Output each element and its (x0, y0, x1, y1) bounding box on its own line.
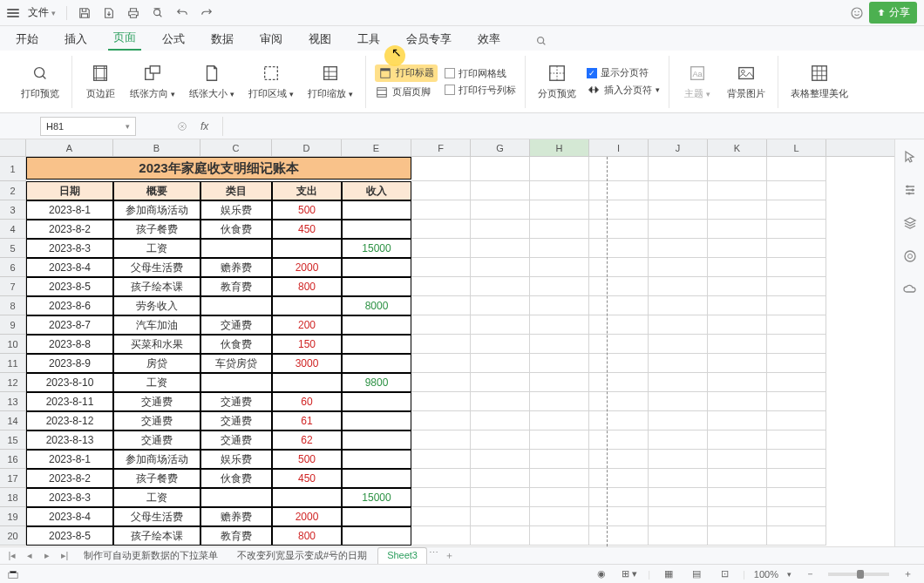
cell-out[interactable]: 61 (272, 411, 342, 430)
export-icon[interactable] (97, 3, 121, 24)
col-header-G[interactable]: G (471, 139, 530, 156)
redo-icon[interactable] (194, 3, 219, 24)
cell-date[interactable]: 2023-8-9 (26, 354, 113, 373)
row-header[interactable]: 6 (0, 258, 26, 277)
zoom-out-button[interactable]: － (800, 567, 819, 580)
row-header[interactable]: 13 (0, 392, 26, 411)
cell[interactable] (649, 526, 708, 546)
cell[interactable] (767, 157, 826, 181)
cell-category[interactable]: 伙食费 (200, 220, 272, 239)
cell[interactable] (530, 200, 589, 220)
cell[interactable] (589, 488, 649, 507)
cell[interactable] (471, 157, 530, 181)
cell[interactable] (708, 526, 767, 546)
cell-out[interactable]: 60 (272, 392, 342, 411)
cell[interactable] (589, 392, 649, 411)
tab-会员专享[interactable]: 会员专享 (401, 28, 457, 51)
title-cell[interactable]: 2023年家庭收支明细记账本 (26, 157, 411, 180)
sheet-nav-first[interactable]: |◂ (5, 550, 19, 561)
cell-out[interactable]: 62 (272, 430, 342, 450)
cell[interactable] (530, 526, 589, 546)
cell-in[interactable] (342, 507, 411, 526)
cell-in[interactable] (342, 315, 411, 335)
cell[interactable] (589, 507, 649, 526)
cell[interactable] (530, 277, 589, 296)
cell[interactable] (589, 411, 649, 430)
cell-in[interactable]: 15000 (342, 488, 411, 507)
cell[interactable] (530, 354, 589, 373)
col-header-D[interactable]: D (272, 139, 342, 156)
col-header-H[interactable]: H (530, 139, 589, 156)
print-preview-button[interactable]: 打印预览 (17, 61, 63, 102)
cell[interactable] (649, 507, 708, 526)
cell[interactable] (708, 200, 767, 220)
row-header[interactable]: 9 (0, 315, 26, 335)
cell-date[interactable]: 2023-8-7 (26, 315, 113, 335)
print-titles-button[interactable]: 打印标题 (375, 64, 438, 82)
cell[interactable] (767, 277, 826, 296)
hdr-category[interactable]: 类目 (200, 181, 272, 200)
cell[interactable] (767, 335, 826, 354)
cell[interactable] (530, 430, 589, 450)
col-header-F[interactable]: F (411, 139, 471, 156)
cell-category[interactable] (200, 488, 272, 507)
row-header[interactable]: 11 (0, 354, 26, 373)
cell-category[interactable]: 交通费 (200, 315, 272, 335)
row-header[interactable]: 5 (0, 239, 26, 258)
cell[interactable] (471, 277, 530, 296)
cell[interactable] (649, 277, 708, 296)
cell-summary[interactable]: 孩子绘本课 (113, 277, 200, 296)
row-header[interactable]: 7 (0, 277, 26, 296)
paper-size-button[interactable]: 纸张大小 ▾ (186, 61, 238, 102)
cell-summary[interactable]: 孩子绘本课 (113, 526, 200, 546)
cell[interactable] (411, 354, 471, 373)
cell-summary[interactable]: 买菜和水果 (113, 335, 200, 354)
cell[interactable] (708, 354, 767, 373)
cell-out[interactable]: 800 (272, 277, 342, 296)
cell[interactable] (708, 335, 767, 354)
cell-out[interactable] (272, 373, 342, 392)
cell-out[interactable]: 3000 (272, 354, 342, 373)
tab-审阅[interactable]: 审阅 (255, 28, 288, 51)
cell[interactable] (589, 526, 649, 546)
cell[interactable] (530, 315, 589, 335)
cell-in[interactable] (342, 335, 411, 354)
cell[interactable] (471, 392, 530, 411)
cell-category[interactable]: 教育费 (200, 277, 272, 296)
cell-out[interactable]: 200 (272, 315, 342, 335)
cell[interactable] (411, 430, 471, 450)
settings-icon[interactable] (901, 181, 919, 199)
print-scale-button[interactable]: 打印缩放 ▾ (304, 61, 357, 102)
cell[interactable] (411, 411, 471, 430)
cell[interactable] (471, 258, 530, 277)
formula-input[interactable] (222, 117, 919, 136)
view-break-icon[interactable]: ⊡ (715, 568, 734, 580)
cell-summary[interactable]: 父母生活费 (113, 258, 200, 277)
hdr-summary[interactable]: 概要 (113, 181, 200, 200)
sheet-tab[interactable]: 不改变列宽显示变成#号的日期 (228, 547, 376, 564)
cell[interactable] (767, 296, 826, 315)
cell-in[interactable] (342, 450, 411, 469)
cell-in[interactable] (342, 526, 411, 546)
cell[interactable] (530, 181, 589, 200)
view-page-icon[interactable]: ▤ (687, 568, 706, 580)
row-header[interactable]: 17 (0, 469, 26, 488)
cell[interactable] (708, 507, 767, 526)
print-icon[interactable] (121, 3, 146, 24)
pagebreak-preview-button[interactable]: 分页预览 (534, 61, 580, 102)
cell-summary[interactable]: 汽车加油 (113, 315, 200, 335)
search-icon[interactable] (530, 31, 553, 51)
cell[interactable] (530, 157, 589, 181)
cell[interactable] (767, 220, 826, 239)
cell[interactable] (767, 258, 826, 277)
cell-out[interactable] (272, 239, 342, 258)
cell[interactable] (708, 411, 767, 430)
cell-summary[interactable]: 参加商场活动 (113, 450, 200, 469)
tab-公式[interactable]: 公式 (157, 28, 190, 51)
cell-in[interactable] (342, 220, 411, 239)
cell-summary[interactable]: 工资 (113, 488, 200, 507)
cell-summary[interactable]: 交通费 (113, 430, 200, 450)
col-header-A[interactable]: A (26, 139, 113, 156)
cell[interactable] (530, 469, 589, 488)
cell-category[interactable] (200, 239, 272, 258)
